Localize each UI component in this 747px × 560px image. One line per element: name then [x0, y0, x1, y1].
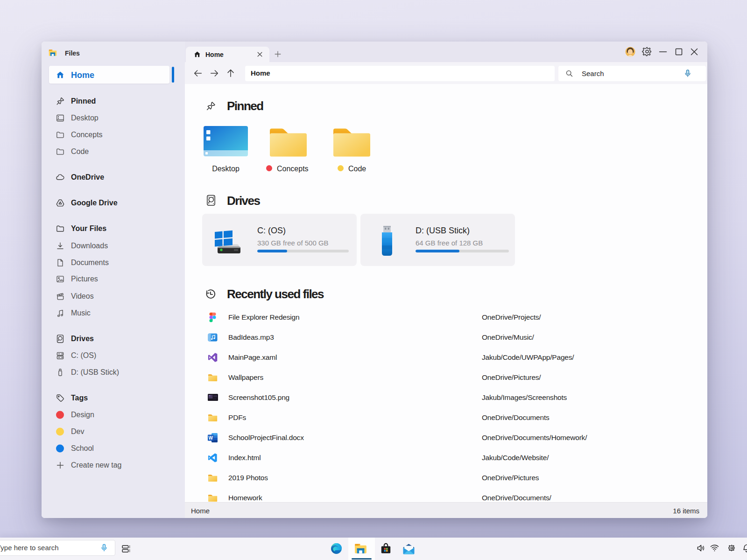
svg-text:W: W: [208, 435, 213, 440]
